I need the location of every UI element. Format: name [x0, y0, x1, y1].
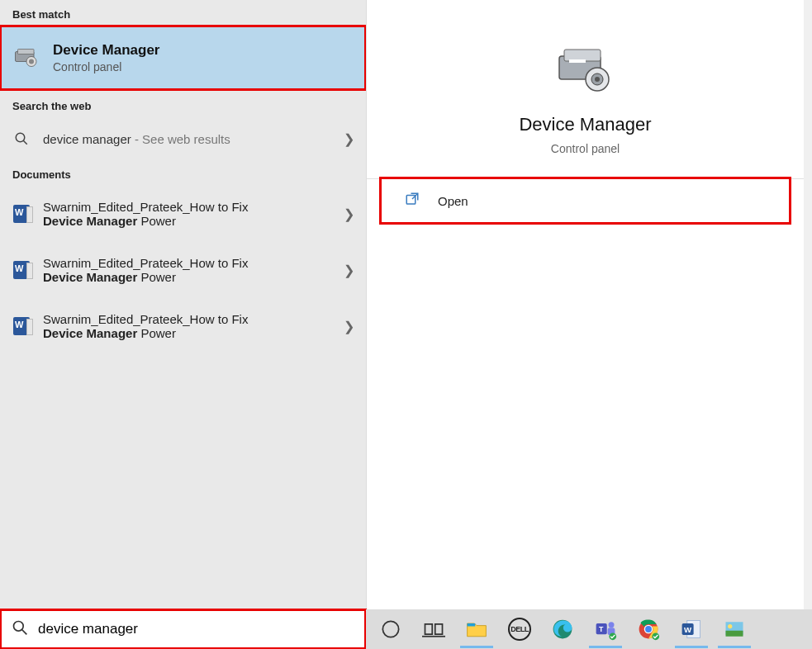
svg-rect-17 [435, 624, 443, 634]
document-result[interactable]: Swarnim_Edited_Prateek_How to Fix Device… [0, 298, 366, 354]
chevron-right-icon[interactable]: ❯ [344, 131, 354, 147]
open-icon [405, 192, 423, 210]
section-header-search-web: Search the web [0, 92, 366, 117]
web-search-suffix: - See web results [131, 132, 230, 146]
svg-rect-19 [468, 623, 476, 627]
chevron-right-icon[interactable]: ❯ [344, 206, 354, 222]
svg-rect-34 [726, 631, 743, 637]
device-manager-icon [12, 43, 41, 73]
chevron-right-icon[interactable]: ❯ [344, 319, 354, 334]
document-result[interactable]: Swarnim_Edited_Prateek_How to Fix Device… [0, 242, 366, 298]
svg-point-13 [14, 622, 24, 632]
document-result[interactable]: Swarnim_Edited_Prateek_How to Fix Device… [0, 186, 366, 242]
best-match-result[interactable]: Device Manager Control panel [0, 26, 366, 90]
web-search-query: device manager [43, 132, 131, 146]
svg-rect-1 [18, 50, 35, 54]
section-header-best-match: Best match [0, 0, 366, 26]
document-bold: Device Manager [43, 214, 137, 228]
dell-icon: DELL [508, 618, 531, 641]
preview-panel: Device Manager Control panel Open [366, 0, 804, 609]
taskbar-dell[interactable]: DELL [500, 610, 539, 648]
preview-icon [367, 41, 804, 97]
document-line1: Swarnim_Edited_Prateek_How to Fix [43, 256, 248, 270]
svg-point-15 [382, 621, 398, 637]
svg-rect-8 [569, 59, 586, 63]
document-text: Swarnim_Edited_Prateek_How to Fix Device… [43, 312, 248, 340]
svg-point-35 [728, 624, 732, 628]
svg-line-5 [23, 140, 27, 144]
document-rest: Power [137, 270, 176, 284]
svg-point-23 [609, 622, 615, 628]
best-match-subtitle: Control panel [53, 60, 159, 73]
taskbar-snip[interactable] [715, 610, 754, 648]
scrollbar[interactable] [804, 0, 812, 609]
search-icon [12, 131, 31, 146]
taskbar-file-explorer[interactable] [457, 610, 496, 648]
search-icon [12, 619, 28, 639]
word-doc-icon [12, 261, 31, 279]
svg-line-14 [22, 630, 27, 635]
document-text: Swarnim_Edited_Prateek_How to Fix Device… [43, 200, 248, 228]
taskbar-teams[interactable]: T [586, 610, 625, 648]
document-line1: Swarnim_Edited_Prateek_How to Fix [43, 200, 248, 214]
search-box[interactable] [0, 609, 366, 649]
taskbar-chrome[interactable] [629, 610, 668, 648]
chevron-right-icon[interactable]: ❯ [344, 263, 354, 278]
svg-point-28 [645, 626, 652, 632]
taskbar-cortana[interactable] [371, 610, 411, 648]
taskbar-edge[interactable] [543, 610, 582, 648]
preview-title: Device Manager [367, 114, 804, 135]
search-results-panel: Best match Device Manager Control panel … [0, 0, 366, 609]
word-doc-icon [12, 205, 31, 223]
document-text: Swarnim_Edited_Prateek_How to Fix Device… [43, 256, 248, 284]
section-header-documents: Documents [0, 160, 366, 186]
document-rest: Power [137, 214, 176, 228]
document-bold: Device Manager [43, 270, 137, 284]
taskbar-taskview[interactable] [414, 610, 453, 648]
web-search-result[interactable]: device manager - See web results ❯ [0, 117, 366, 160]
preview-subtitle: Control panel [367, 142, 804, 155]
svg-text:W: W [684, 625, 692, 634]
word-doc-icon [12, 317, 31, 335]
open-label: Open [438, 194, 468, 208]
svg-rect-16 [425, 624, 433, 634]
svg-point-11 [595, 77, 600, 82]
document-line1: Swarnim_Edited_Prateek_How to Fix [43, 312, 248, 326]
document-rest: Power [137, 326, 176, 340]
svg-rect-7 [564, 50, 601, 61]
search-input[interactable] [38, 609, 354, 649]
open-action[interactable]: Open [382, 179, 789, 222]
best-match-title: Device Manager [53, 42, 159, 59]
svg-point-3 [29, 59, 34, 64]
taskbar-word[interactable]: W [672, 610, 711, 648]
taskbar: DELL T W [366, 609, 812, 649]
document-bold: Device Manager [43, 326, 137, 340]
svg-text:T: T [599, 625, 604, 633]
svg-point-4 [16, 133, 25, 142]
web-search-text: device manager - See web results [43, 132, 230, 146]
best-match-text: Device Manager Control panel [53, 42, 159, 73]
